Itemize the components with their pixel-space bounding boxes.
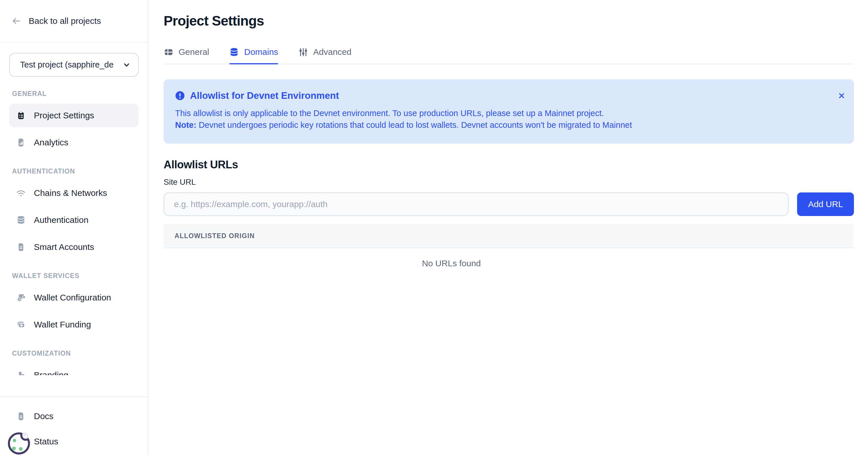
project-selector-value: Test project (sapphire_de [20, 60, 114, 69]
sidebar-item-label: Status [34, 436, 58, 446]
sidebar-item-label: Wallet Configuration [34, 293, 111, 303]
sidebar-section-wallet-services: WALLET SERVICES [12, 272, 136, 280]
table-icon [164, 47, 174, 57]
banner-title: Allowlist for Devnet Environment [190, 90, 339, 101]
site-url-label: Site URL [164, 177, 854, 187]
brand-tag-icon [16, 370, 26, 375]
wifi-icon [16, 188, 26, 198]
wallet-gear-icon [16, 293, 26, 303]
sidebar: Back to all projects Test project (sapph… [0, 0, 148, 455]
banknotes-icon [16, 320, 26, 330]
sidebar-item-label: Wallet Funding [34, 320, 91, 330]
sidebar-section-authentication: AUTHENTICATION [12, 168, 136, 175]
app-window: Back to all projects Test project (sapph… [0, 0, 868, 455]
banner-note-line: Note: Devnet undergoes periodic key rota… [175, 119, 842, 131]
sidebar-item-label: Chains & Networks [34, 188, 107, 198]
devnet-allowlist-banner: Allowlist for Devnet Environment This al… [164, 79, 854, 144]
add-url-form: Add URL [164, 193, 854, 216]
chevron-down-icon [123, 61, 131, 69]
allowlisted-origin-header: ALLOWLISTED ORIGIN [164, 224, 854, 248]
document-icon [16, 411, 26, 421]
cookie-icon [6, 429, 32, 455]
site-url-input[interactable] [164, 193, 788, 216]
sidebar-item-smart-accounts[interactable]: Smart Accounts [9, 235, 138, 259]
sidebar-item-chains-networks[interactable]: Chains & Networks [9, 181, 138, 205]
column-header-allowlisted-origin: ALLOWLISTED ORIGIN [175, 232, 255, 240]
analytics-file-icon [16, 138, 26, 147]
project-selector-dropdown[interactable]: Test project (sapphire_de [9, 53, 138, 77]
cookie-consent-widget[interactable] [6, 429, 32, 455]
info-alert-icon [175, 91, 185, 101]
banner-note-text: Devnet undergoes periodic key rotations … [196, 120, 632, 130]
sidebar-section-general: GENERAL [12, 90, 136, 98]
sidebar-item-project-settings[interactable]: Project Settings [9, 104, 138, 127]
sidebar-spacer [0, 375, 148, 396]
sidebar-item-analytics[interactable]: Analytics [9, 131, 138, 154]
sidebar-item-wallet-configuration[interactable]: Wallet Configuration [9, 286, 138, 309]
sidebar-item-docs[interactable]: Docs [9, 404, 138, 428]
back-to-projects-label: Back to all projects [29, 16, 101, 26]
sidebar-item-label: Project Settings [34, 111, 94, 120]
clipboard-icon [16, 111, 26, 120]
sidebar-item-label: Smart Accounts [34, 242, 94, 252]
tab-advanced[interactable]: Advanced [298, 47, 351, 64]
sliders-icon [298, 47, 308, 57]
main-content: Project Settings General [148, 0, 868, 455]
add-url-button[interactable]: Add URL [797, 193, 854, 216]
tab-domains[interactable]: Domains [229, 47, 278, 64]
empty-state-message: No URLs found [164, 248, 854, 279]
back-to-projects-button[interactable]: Back to all projects [0, 0, 148, 42]
sidebar-item-label: Authentication [34, 215, 88, 225]
tab-label: Domains [244, 47, 278, 57]
sidebar-section-customization: CUSTOMIZATION [12, 349, 136, 357]
page-title: Project Settings [164, 12, 854, 29]
sidebar-item-label: Branding [34, 370, 68, 375]
sidebar-item-wallet-funding[interactable]: Wallet Funding [9, 313, 138, 336]
close-icon [837, 91, 846, 100]
sidebar-item-label: Docs [34, 411, 53, 421]
database-icon [229, 47, 239, 57]
sidebar-item-branding[interactable]: Branding [9, 363, 138, 375]
tabs: General Domains [164, 47, 854, 64]
allowlist-heading: Allowlist URLs [164, 158, 854, 171]
banner-line1: This allowlist is only applicable to the… [175, 108, 842, 119]
tab-label: General [179, 47, 209, 57]
banner-note-label: Note: [175, 120, 196, 130]
sidebar-nav: Test project (sapphire_de GENERAL [0, 42, 148, 375]
tab-label: Advanced [313, 47, 351, 57]
document-icon [16, 242, 26, 252]
banner-close-button[interactable] [837, 91, 846, 101]
database-icon [16, 215, 26, 225]
sidebar-item-label: Analytics [34, 138, 68, 147]
arrow-left-icon [11, 16, 21, 26]
tab-general[interactable]: General [164, 47, 209, 64]
sidebar-item-authentication[interactable]: Authentication [9, 208, 138, 232]
